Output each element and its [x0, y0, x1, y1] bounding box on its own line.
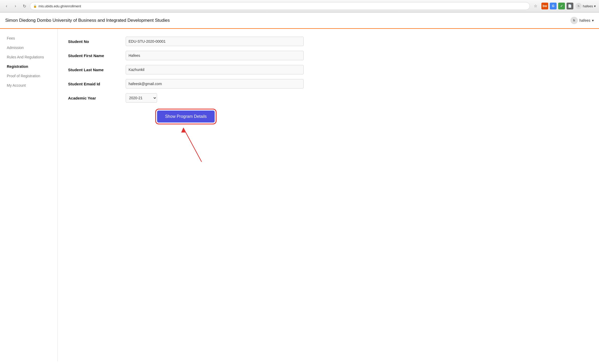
app-user-area[interactable]: h hafees ▾ [570, 17, 594, 24]
annotation-arrow [160, 125, 212, 164]
bookmark-button[interactable]: ☆ [532, 2, 539, 10]
reload-button[interactable]: ↻ [21, 3, 28, 9]
back-button[interactable]: ‹ [3, 3, 10, 9]
app-title: Simon Diedong Dombo University of Busine… [5, 18, 170, 23]
student-no-input[interactable] [126, 37, 304, 46]
first-name-label: Student First Name [68, 53, 126, 58]
extension-icons: bw G ✓ 📄 [541, 3, 573, 9]
url-text: mis.ubids.edu.gh/enrollment [38, 4, 81, 8]
address-bar-container: 🔒 mis.ubids.edu.gh/enrollment [30, 2, 530, 10]
address-bar[interactable]: 🔒 mis.ubids.edu.gh/enrollment [30, 2, 530, 10]
sidebar-item-fees[interactable]: Fees [4, 34, 53, 42]
email-label: Student Emaid Id [68, 82, 126, 86]
ext-check-icon[interactable]: ✓ [558, 3, 565, 9]
email-input[interactable] [126, 79, 304, 89]
email-row: Student Emaid Id [68, 79, 304, 89]
user-name: hafees [583, 4, 593, 8]
show-program-button[interactable]: Show Program Details [157, 111, 214, 123]
button-row: Show Program Details [68, 111, 304, 164]
sidebar: Fees Admission Rules And Regulations Reg… [0, 29, 58, 361]
enrollment-form: Student No Student First Name Student La… [68, 37, 304, 164]
last-name-label: Student Last Name [68, 68, 126, 72]
first-name-input[interactable] [126, 51, 304, 60]
sidebar-item-proof[interactable]: Proof of Registration [4, 72, 53, 80]
ext-doc-icon[interactable]: 📄 [567, 3, 573, 9]
first-name-row: Student First Name [68, 51, 304, 60]
user-area[interactable]: h hafees ▾ [575, 3, 596, 9]
user-dropdown-arrow: ▾ [594, 4, 596, 8]
app-header: Simon Diedong Dombo University of Busine… [0, 13, 599, 29]
lock-icon: 🔒 [33, 4, 37, 8]
sidebar-item-admission[interactable]: Admission [4, 43, 53, 52]
last-name-input[interactable] [126, 65, 304, 74]
sidebar-nav: Fees Admission Rules And Regulations Reg… [4, 34, 53, 90]
svg-line-0 [183, 128, 202, 162]
browser-chrome: ‹ › ↻ 🔒 mis.ubids.edu.gh/enrollment ☆ bw… [0, 0, 599, 13]
app-user-avatar: h [570, 17, 578, 24]
ext-bw-icon[interactable]: bw [541, 3, 548, 9]
forward-button[interactable]: › [12, 3, 19, 9]
academic-year-label: Academic Year [68, 96, 126, 100]
user-avatar: h [575, 3, 582, 9]
academic-year-select[interactable]: 2020-21 2021-22 2019-20 [126, 93, 157, 103]
annotation-container: Show Program Details [157, 111, 214, 164]
main-layout: Fees Admission Rules And Regulations Reg… [0, 29, 599, 361]
content-area: Student No Student First Name Student La… [58, 29, 599, 361]
student-no-row: Student No [68, 37, 304, 46]
sidebar-item-myaccount[interactable]: My Account [4, 81, 53, 90]
app-user-dropdown-icon: ▾ [592, 18, 594, 23]
ext-g-icon[interactable]: G [550, 3, 557, 9]
student-no-label: Student No [68, 39, 126, 44]
sidebar-item-registration[interactable]: Registration [4, 62, 53, 71]
browser-toolbar: ‹ › ↻ 🔒 mis.ubids.edu.gh/enrollment ☆ bw… [0, 0, 599, 12]
app-user-name: hafees [579, 18, 590, 23]
sidebar-item-rules[interactable]: Rules And Regulations [4, 53, 53, 61]
academic-year-row: Academic Year 2020-21 2021-22 2019-20 [68, 93, 304, 103]
last-name-row: Student Last Name [68, 65, 304, 74]
